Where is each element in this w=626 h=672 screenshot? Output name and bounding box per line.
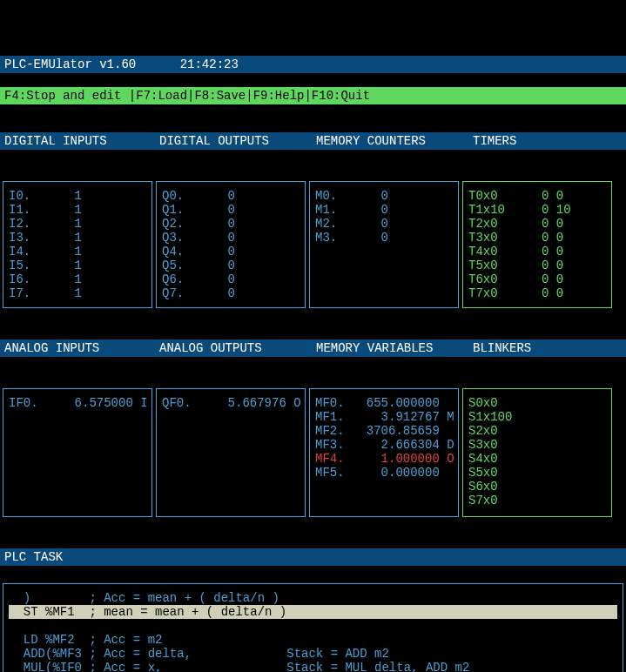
code-line: ) ; Acc = mean + ( delta/n ) xyxy=(9,591,617,605)
panel-blinkers: S0x0 S1x100 S2x0 S3x0 S4x0 S5x0 S6x0 S7x… xyxy=(462,388,612,517)
panels-row1: I0. 1 I1. 1 I2. 1 I3. 1 I4. 1 I5. 1 I6. … xyxy=(0,178,626,312)
header-digital-inputs: DIGITAL INPUTS xyxy=(4,134,159,148)
plc-task-code[interactable]: ) ; Acc = mean + ( delta/n ) ST %MF1 ; m… xyxy=(3,583,623,672)
header-analog-outputs: ANALOG OUTPUTS xyxy=(159,341,316,355)
panel-digital-inputs: I0. 1 I1. 1 I2. 1 I3. 1 I4. 1 I5. 1 I6. … xyxy=(3,181,152,308)
header-analog-inputs: ANALOG INPUTS xyxy=(4,341,159,355)
panel-timers: T0x0 0 0 T1x10 0 10 T2x0 0 0 T3x0 0 0 T4… xyxy=(462,181,612,308)
function-key-bar[interactable]: F4:Stop and edit |F7:Load|F8:Save|F9:Hel… xyxy=(0,87,626,104)
panel-analog-outputs: QF0. 5.667976 O xyxy=(156,388,306,517)
header-memory-variables: MEMORY VARIABLES xyxy=(316,341,473,355)
memory-variable-row: MF2. 3706.85659 xyxy=(315,424,453,438)
panel-memory-variables: MF0. 655.000000 MF1. 3.912767 MMF2. 3706… xyxy=(309,388,459,517)
panels-row2: IF0. 6.575000 I QF0. 5.667976 O MF0. 655… xyxy=(0,385,626,521)
memory-variable-row: MF5. 0.000000 xyxy=(315,466,453,480)
memory-variable-row: MF1. 3.912767 M xyxy=(315,410,453,424)
code-line: ST %MF1 ; mean = mean + ( delta/n ) xyxy=(9,605,617,619)
header-digital-outputs: DIGITAL OUTPUTS xyxy=(159,134,316,148)
code-line: ADD(%MF3 ; Acc = delta, Stack = ADD m2 xyxy=(9,647,617,661)
memory-variable-row: MF3. 2.666304 D xyxy=(315,438,453,452)
code-line: LD %MF2 ; Acc = m2 xyxy=(9,633,617,647)
header-timers: TIMERS xyxy=(473,134,516,148)
code-line xyxy=(9,619,617,633)
memory-variable-row: MF0. 655.000000 xyxy=(315,396,453,410)
panel-memory-counters: M0. 0 M1. 0 M2. 0 M3. 0 xyxy=(309,181,459,308)
header-blinkers: BLINKERS xyxy=(473,341,531,355)
code-line: MUL(%IF0 ; Acc = x, Stack = MUL delta, A… xyxy=(9,661,617,672)
title-bar: PLC-EMUlator v1.60 21:42:23 xyxy=(0,56,626,73)
header-memory-counters: MEMORY COUNTERS xyxy=(316,134,473,148)
memory-variable-row: MF4. 1.000000 O xyxy=(315,452,453,466)
section-headers-row1: DIGITAL INPUTS DIGITAL OUTPUTS MEMORY CO… xyxy=(0,132,626,150)
section-headers-row2: ANALOG INPUTS ANALOG OUTPUTS MEMORY VARI… xyxy=(0,339,626,357)
plc-task-header: PLC TASK xyxy=(0,548,626,566)
panel-analog-inputs: IF0. 6.575000 I xyxy=(3,388,152,517)
panel-digital-outputs: Q0. 0 Q1. 0 Q2. 0 Q3. 0 Q4. 0 Q5. 0 Q6. … xyxy=(156,181,306,308)
